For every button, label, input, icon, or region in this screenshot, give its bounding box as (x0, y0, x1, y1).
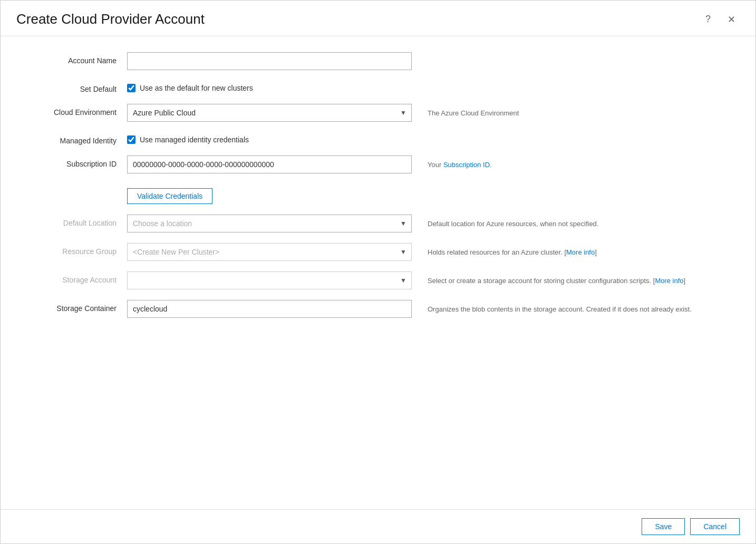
help-button[interactable]: ? (701, 12, 715, 27)
managed-identity-checkbox-row: Use managed identity credentials (127, 132, 412, 144)
storage-container-label: Storage Container (22, 300, 127, 313)
set-default-row: Set Default Use as the default for new c… (22, 81, 734, 93)
validate-credentials-label-spacer (22, 184, 127, 188)
managed-identity-row: Managed Identity Use managed identity cr… (22, 132, 734, 145)
validate-credentials-button[interactable]: Validate Credentials (127, 188, 212, 204)
resource-group-select-wrapper: <Create New Per Cluster> ▼ (127, 243, 412, 261)
storage-account-select[interactable] (127, 271, 412, 289)
default-location-wrapper: Choose a location ▼ (127, 215, 412, 232)
storage-account-more-info-link[interactable]: More info (655, 277, 683, 285)
subscription-id-label: Subscription ID (22, 156, 127, 168)
dialog-header: Create Cloud Provider Account ? ✕ (1, 1, 755, 36)
resource-group-desc-pre: Holds related resources for an Azure clu… (428, 248, 566, 256)
set-default-wrapper: Use as the default for new clusters (127, 81, 412, 92)
resource-group-row: Resource Group <Create New Per Cluster> … (22, 243, 734, 261)
cloud-environment-label: Cloud Environment (22, 104, 127, 116)
cloud-environment-select[interactable]: Azure Public Cloud Azure Government Clou… (127, 104, 412, 122)
subscription-id-description: Your Subscription ID. (412, 156, 734, 170)
resource-group-label: Resource Group (22, 243, 127, 256)
default-location-label: Default Location (22, 215, 127, 227)
storage-account-wrapper: ▼ (127, 271, 412, 289)
storage-account-label: Storage Account (22, 271, 127, 284)
dialog-body: Account Name Set Default Use as the defa… (1, 36, 755, 509)
set-default-checkbox-row: Use as the default for new clusters (127, 81, 412, 92)
resource-group-description: Holds related resources for an Azure clu… (412, 243, 734, 258)
validate-credentials-wrapper: Validate Credentials (127, 184, 412, 204)
subscription-id-link[interactable]: Subscription ID. (443, 161, 492, 169)
default-location-row: Default Location Choose a location ▼ Def… (22, 215, 734, 232)
set-default-label: Set Default (22, 81, 127, 93)
validate-credentials-row: Validate Credentials (22, 184, 734, 204)
storage-container-input[interactable] (127, 300, 412, 318)
managed-identity-wrapper: Use managed identity credentials (127, 132, 412, 144)
storage-account-desc-pre: Select or create a storage account for s… (428, 277, 655, 285)
create-cloud-provider-dialog: Create Cloud Provider Account ? ✕ Accoun… (0, 0, 756, 544)
subscription-id-desc-pre: Your (428, 161, 443, 169)
account-name-row: Account Name (22, 52, 734, 70)
account-name-wrapper (127, 52, 412, 70)
resource-group-wrapper: <Create New Per Cluster> ▼ (127, 243, 412, 261)
subscription-id-wrapper (127, 156, 412, 173)
save-button[interactable]: Save (642, 518, 685, 535)
managed-identity-description (412, 132, 734, 137)
set-default-description (412, 81, 734, 85)
cloud-environment-description: The Azure Cloud Environment (412, 104, 734, 119)
storage-account-desc-post: ] (684, 277, 686, 285)
account-name-label: Account Name (22, 52, 127, 65)
managed-identity-label: Managed Identity (22, 132, 127, 145)
storage-container-description: Organizes the blob contents in the stora… (412, 300, 734, 315)
close-button[interactable]: ✕ (723, 12, 740, 27)
cancel-button[interactable]: Cancel (690, 518, 740, 535)
storage-account-description: Select or create a storage account for s… (412, 271, 734, 286)
set-default-checkbox[interactable] (127, 84, 135, 92)
storage-account-select-wrapper: ▼ (127, 271, 412, 289)
managed-identity-checkbox-label: Use managed identity credentials (140, 135, 249, 144)
validate-credentials-description (412, 184, 734, 188)
storage-account-row: Storage Account ▼ Select or create a sto… (22, 271, 734, 289)
subscription-id-row: Subscription ID Your Subscription ID. (22, 156, 734, 173)
managed-identity-checkbox[interactable] (127, 135, 135, 144)
storage-container-wrapper (127, 300, 412, 318)
default-location-select[interactable]: Choose a location (127, 215, 412, 232)
dialog-title: Create Cloud Provider Account (16, 11, 205, 27)
account-name-description (412, 52, 734, 56)
default-location-select-wrapper: Choose a location ▼ (127, 215, 412, 232)
resource-group-select[interactable]: <Create New Per Cluster> (127, 243, 412, 261)
cloud-environment-select-wrapper: Azure Public Cloud Azure Government Clou… (127, 104, 412, 122)
header-actions: ? ✕ (701, 12, 740, 27)
subscription-id-input[interactable] (127, 156, 412, 173)
default-location-description: Default location for Azure resources, wh… (412, 215, 734, 229)
storage-container-row: Storage Container Organizes the blob con… (22, 300, 734, 318)
account-name-input[interactable] (127, 52, 412, 70)
resource-group-more-info-link[interactable]: More info (566, 248, 595, 256)
set-default-checkbox-label: Use as the default for new clusters (140, 84, 253, 92)
dialog-footer: Save Cancel (1, 509, 755, 543)
cloud-environment-wrapper: Azure Public Cloud Azure Government Clou… (127, 104, 412, 122)
cloud-environment-row: Cloud Environment Azure Public Cloud Azu… (22, 104, 734, 122)
resource-group-desc-post: ] (595, 248, 597, 256)
